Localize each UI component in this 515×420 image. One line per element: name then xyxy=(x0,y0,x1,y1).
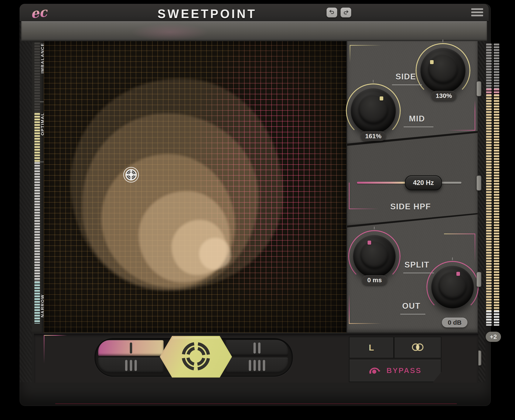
out-knob-tick xyxy=(452,257,453,260)
plugin-window: ec SWEETPOINT IMBALANCE OPTIMAL NARROW xyxy=(0,0,515,420)
sweet-spot-button[interactable] xyxy=(160,336,232,377)
redo-button[interactable] xyxy=(341,8,351,17)
undo-icon xyxy=(328,9,335,16)
menu-button[interactable] xyxy=(471,8,483,17)
level-meter-right-peak xyxy=(494,89,499,95)
width-meter-unlit-zone xyxy=(34,43,40,112)
split-value[interactable]: 0 ms xyxy=(362,275,387,285)
out-value[interactable]: 0 dB xyxy=(442,318,467,327)
panel-edge-handle[interactable] xyxy=(476,272,481,287)
stereo-link-button[interactable] xyxy=(394,337,441,358)
side-underline xyxy=(392,84,422,85)
level-meter-right-base xyxy=(494,310,499,326)
panel-edge-handle[interactable] xyxy=(476,175,481,191)
side-knob-tick xyxy=(443,39,443,42)
mode-3-button[interactable] xyxy=(98,358,164,373)
level-meter-left-base xyxy=(486,310,492,326)
sweet-spot-marker[interactable] xyxy=(123,167,139,183)
display-vignette xyxy=(44,41,346,332)
meter-gain-badge[interactable]: +2 xyxy=(486,332,501,342)
undo-button[interactable] xyxy=(326,8,337,17)
out-knob-indicator xyxy=(456,272,460,276)
side-hpf-label: SIDE HPF xyxy=(387,202,434,211)
redo-icon xyxy=(342,9,349,16)
bypass-label: BYPASS xyxy=(386,366,422,375)
right-bezel-texture xyxy=(478,21,485,382)
width-meter-optimal-zone xyxy=(34,113,40,162)
mid-underline xyxy=(404,127,433,127)
side-value[interactable]: 130% xyxy=(431,91,456,101)
split-underline xyxy=(403,273,434,273)
channel-button[interactable]: L xyxy=(349,337,394,358)
bypass-button[interactable]: BYPASS xyxy=(349,359,441,382)
metal-strip-reflection xyxy=(119,22,221,40)
mode-2-icon xyxy=(253,343,256,353)
mode-4-button[interactable] xyxy=(226,358,288,373)
width-meter-mid-zone xyxy=(34,162,40,281)
sweet-spot-rings-icon xyxy=(179,339,213,374)
headphones-icon xyxy=(369,365,381,376)
side-knob[interactable] xyxy=(420,48,465,93)
level-meter-left-peak xyxy=(486,89,492,95)
side-knob-indicator xyxy=(430,60,434,64)
mode-1-icon xyxy=(130,343,132,353)
left-bezel-texture xyxy=(20,21,32,382)
level-meter-left-over xyxy=(486,44,492,89)
mid-value[interactable]: 161% xyxy=(361,131,386,141)
side-label: SIDE xyxy=(391,72,421,81)
out-underline xyxy=(400,314,425,315)
level-meter-left-body xyxy=(486,95,492,310)
split-knob-tick xyxy=(374,226,375,229)
panel-edge-handle[interactable] xyxy=(476,81,481,96)
out-label: OUT xyxy=(399,301,423,311)
mid-label: MID xyxy=(403,114,431,123)
width-meter-narrow-zone xyxy=(34,282,40,324)
level-meter-divider xyxy=(492,44,493,326)
side-hpf-slider-handle[interactable]: 420 Hz xyxy=(405,175,442,190)
mid-knob[interactable] xyxy=(351,88,396,133)
stereo-link-icon xyxy=(411,342,425,353)
level-meter-right-over xyxy=(494,44,499,89)
plugin-title: SWEETPOINT xyxy=(136,7,278,19)
hamburger-icon xyxy=(471,8,483,10)
split-knob[interactable] xyxy=(353,235,396,278)
mode-1-button[interactable] xyxy=(98,340,164,356)
top-metal-strip xyxy=(21,21,487,41)
split-label: SPLIT xyxy=(403,260,431,270)
split-knob-indicator xyxy=(368,240,371,245)
stereo-field-display[interactable] xyxy=(44,41,346,332)
channel-label: L xyxy=(369,343,374,352)
mid-knob-indicator xyxy=(380,96,383,100)
out-knob[interactable] xyxy=(431,266,474,308)
mode-4-icon xyxy=(249,360,251,371)
brand-logo: ec xyxy=(30,3,55,25)
bottom-accent-line xyxy=(55,404,457,404)
mode-2-button[interactable] xyxy=(226,340,288,356)
level-meter-right-body xyxy=(494,95,499,310)
mid-knob-tick xyxy=(373,80,373,82)
mode-3-icon xyxy=(125,360,128,371)
